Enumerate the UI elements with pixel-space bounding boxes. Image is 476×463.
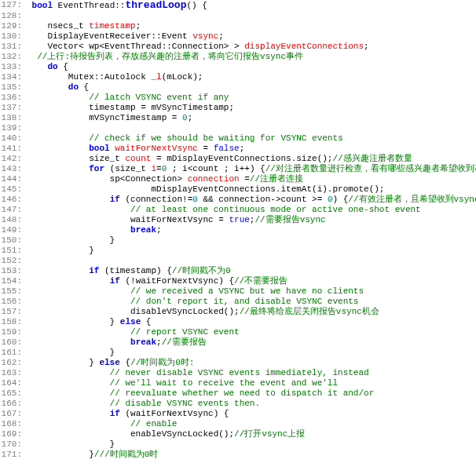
code-line: 155: // we received a VSYNC but we have … <box>0 286 476 297</box>
code-token: bool <box>89 144 109 153</box>
line-number: 158: <box>0 317 27 327</box>
code-token: = <box>156 164 162 173</box>
code-token: //有效注册者，且希望收到vsync事件报告 <box>348 195 476 204</box>
code-line: 149: break; <box>0 225 476 235</box>
code-token: = mDisplayEventConnections.size(); <box>151 154 332 163</box>
code-token: { <box>120 358 130 367</box>
code-token: (mLock); <box>162 72 203 82</box>
line-number: 137: <box>0 103 27 113</box>
code-content: if (timestamp) {//时间戳不为0 <box>27 266 476 276</box>
code-token: // latch VSYNC event if any <box>27 93 229 102</box>
code-content: disableVSyncLocked();//最终将给底层关闭报告vsync机会 <box>27 307 476 317</box>
code-content: bool waitForNextVsync = false; <box>27 144 476 154</box>
code-token: if <box>110 409 120 418</box>
line-number: 135: <box>0 82 27 93</box>
code-token: //注册者连接 <box>250 174 303 184</box>
code-token <box>27 144 89 153</box>
line-number: 153: <box>0 266 27 276</box>
code-token: //时间戳为0时: <box>130 358 194 367</box>
line-number: 169: <box>0 429 27 439</box>
code-token: ) { <box>333 195 349 204</box>
code-content <box>27 123 476 133</box>
code-token: ///时间戳为0时 <box>94 450 158 459</box>
code-token: = <box>240 174 250 184</box>
code-line: 150: } <box>0 235 476 246</box>
code-token: vsync <box>192 31 218 41</box>
code-token: timestamp <box>89 21 135 31</box>
code-line: 170: } <box>0 439 476 450</box>
line-number: 157: <box>0 307 27 317</box>
code-token: 0 <box>192 195 198 204</box>
code-token: if <box>110 276 120 286</box>
code-line: 130: DisplayEventReceiver::Event vsync; <box>0 31 476 42</box>
line-number: 154: <box>0 276 27 286</box>
code-content: // we'll wait to receive the event and w… <box>27 378 476 388</box>
code-line: 169: enableVSyncLocked();//打开vsync上报 <box>0 429 476 439</box>
code-token: //打开vsync上报 <box>234 429 305 439</box>
code-content: break; <box>27 225 476 235</box>
code-content: Mutex::Autolock _l(mLock); <box>27 72 476 82</box>
code-token: 0 <box>328 195 333 204</box>
code-token: nsecs_t <box>27 21 89 31</box>
code-token: //最终将给底层关闭报告vsync机会 <box>240 307 379 316</box>
code-line: 146: if (connection!=0 && connection->co… <box>0 195 476 205</box>
code-line: 139: <box>0 123 476 133</box>
code-line: 157: disableVSyncLocked();//最终将给底层关闭报告vs… <box>0 307 476 317</box>
code-content: // disable VSYNC events then. <box>27 399 476 409</box>
line-number: 150: <box>0 235 27 246</box>
line-number: 132: <box>0 52 27 62</box>
line-number: 144: <box>0 174 27 184</box>
code-content: for (size_t i=0 ; i<count ; i++) {//对注册者… <box>27 164 476 174</box>
code-token: // never disable VSYNC events immediatel… <box>27 368 369 377</box>
line-number: 168: <box>0 419 27 429</box>
code-token <box>27 266 89 275</box>
code-token: //时间戳不为0 <box>172 266 231 275</box>
code-token: (waitForNextVsync) { <box>120 409 229 418</box>
code-line: 136: // latch VSYNC event if any <box>0 93 476 103</box>
line-number: 145: <box>0 184 27 195</box>
code-token: (!waitForNextVsync) { <box>120 276 234 286</box>
code-line: 168: // enable <box>0 419 476 429</box>
code-line: 143: for (size_t i=0 ; i<count ; i++) {/… <box>0 164 476 174</box>
code-token: _l <box>151 72 161 82</box>
code-token: //需要报告vsync <box>254 215 325 224</box>
code-content: enableVSyncLocked();//打开vsync上报 <box>27 429 476 439</box>
line-number: 163: <box>0 368 27 378</box>
code-token: } <box>27 439 115 449</box>
code-token: 0 <box>182 113 188 122</box>
line-number: 127: <box>0 0 27 11</box>
code-line: 158: } else { <box>0 317 476 327</box>
line-number: 160: <box>0 337 27 348</box>
code-token <box>27 1 32 10</box>
code-content: // check if we should be waiting for VSY… <box>27 133 476 144</box>
code-token: timestamp = mVSyncTimestamp; <box>27 103 234 112</box>
code-token: // report VSYNC event <box>27 327 240 337</box>
code-line: 140: // check if we should be waiting fo… <box>0 133 476 144</box>
line-number: 143: <box>0 164 27 174</box>
code-content: // never disable VSYNC events immediatel… <box>27 368 476 378</box>
code-line: 164: // we'll wait to receive the event … <box>0 378 476 388</box>
line-number: 130: <box>0 31 27 42</box>
line-number: 166: <box>0 399 27 409</box>
code-token: = <box>198 144 214 153</box>
code-content: if (waitForNextVsync) { <box>27 409 476 419</box>
code-token: EventThread:: <box>53 1 125 10</box>
code-token: count <box>125 154 151 163</box>
code-content: size_t count = mDisplayEventConnections.… <box>27 154 476 164</box>
code-token <box>27 164 89 173</box>
code-line: 154: if (!waitForNextVsync) {//不需要报告 <box>0 276 476 286</box>
code-token: disableVSyncLocked(); <box>27 307 240 316</box>
code-token: ; <box>240 144 245 153</box>
code-line: 128: <box>0 11 476 21</box>
line-number: 161: <box>0 348 27 358</box>
code-token: waitForNextVsync <box>115 144 198 153</box>
code-line: 171: }///时间戳为0时 <box>0 450 476 460</box>
line-number: 142: <box>0 154 27 164</box>
line-number: 139: <box>0 123 27 133</box>
code-token: displayEventConnections <box>244 42 364 51</box>
line-number: 138: <box>0 113 27 123</box>
code-content: //上行:待报告列表，存放感兴趣的注册者，将向它们报告vsync事件 <box>27 52 476 62</box>
line-number: 128: <box>0 11 27 21</box>
line-number: 162: <box>0 358 27 368</box>
code-line: 148: waitForNextVsync = true;//需要报告vsync <box>0 215 476 225</box>
